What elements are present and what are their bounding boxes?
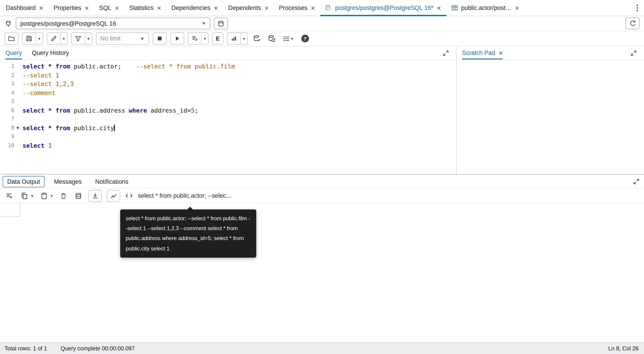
execute-button[interactable]	[170, 33, 184, 44]
tab-messages[interactable]: Messages	[50, 176, 86, 187]
chevron-down-icon: ▼	[202, 21, 206, 26]
close-icon[interactable]: ×	[39, 4, 44, 11]
fold-gutter	[14, 115, 21, 124]
paste-button[interactable]	[39, 192, 49, 199]
tab-statistics[interactable]: Statistics ×	[124, 0, 167, 16]
close-icon[interactable]: ×	[114, 4, 119, 11]
rollback-button[interactable]	[266, 35, 278, 42]
close-icon[interactable]: ×	[499, 49, 503, 57]
add-row-button[interactable]	[4, 192, 14, 199]
query-toolbar: ▾ ▾ ▾ No limit	[0, 31, 644, 46]
pgadmin-query-tool-window: Dashboard × Properties × SQL × Statistic…	[0, 0, 644, 354]
status-bar: Total rows: 1 of 1 Query complete 00:00:…	[0, 342, 644, 354]
open-file-button[interactable]	[5, 33, 18, 44]
fold-icon[interactable]: ▼	[14, 124, 21, 132]
editor-line: 3--select 1,2,3	[0, 80, 456, 88]
explain-analyze-button[interactable]	[228, 33, 240, 44]
stop-button[interactable]	[153, 33, 166, 44]
editor-line: 5	[0, 97, 456, 106]
code-line: --select 1	[21, 71, 59, 80]
copy-button[interactable]	[19, 192, 29, 199]
query-preview-text[interactable]: select * from public.actor; --selec…	[138, 192, 232, 199]
execute-script-icon	[191, 35, 198, 42]
database-icon	[218, 20, 224, 27]
tab-processes[interactable]: Processes ×	[274, 0, 320, 16]
copy-options-button[interactable]: ▾	[30, 194, 34, 198]
help-button[interactable]: ?	[300, 35, 311, 42]
explain-button[interactable]: E	[212, 33, 223, 44]
commit-button[interactable]	[252, 35, 263, 42]
text-cursor	[114, 124, 115, 131]
close-icon[interactable]: ×	[264, 4, 269, 11]
output-panel-header: Data Output Messages Notifications	[0, 175, 644, 189]
connection-select[interactable]: postgres/postgres@PostgreSQL 16 ▼	[16, 18, 210, 29]
close-icon[interactable]: ×	[310, 4, 316, 11]
delete-rows-button[interactable]	[58, 192, 68, 199]
editor-section: Query Query History 1select * from publi…	[0, 46, 644, 175]
query-complete-label: Query complete 00:00:00.097	[60, 345, 135, 352]
expand-icon[interactable]	[632, 176, 641, 186]
rollback-icon	[268, 35, 276, 42]
more-menu-icon[interactable]: ⋮	[630, 0, 644, 16]
sql-editor[interactable]: 1select * from public.actor; --select * …	[0, 60, 456, 174]
close-icon[interactable]: ×	[515, 4, 520, 11]
close-icon[interactable]: ×	[214, 4, 218, 11]
tab-dependents[interactable]: Dependents ×	[223, 0, 274, 16]
query-tooltip-text: select * from public.actor; --select * f…	[126, 215, 250, 252]
edit-button[interactable]	[47, 33, 60, 44]
close-icon[interactable]: ×	[436, 4, 441, 11]
save-data-changes-button[interactable]	[74, 192, 83, 199]
restore-layout-button[interactable]	[626, 18, 640, 29]
fold-gutter	[14, 80, 21, 88]
connection-status-icon	[4, 20, 12, 27]
scratch-pad-area[interactable]	[457, 60, 644, 174]
tab-sql[interactable]: SQL ×	[94, 0, 124, 16]
explain-analyze-options-button[interactable]: ▾	[240, 33, 248, 44]
close-icon[interactable]: ×	[157, 4, 162, 11]
close-icon[interactable]: ×	[84, 4, 90, 11]
row-limit-select[interactable]: No limit ▼	[96, 32, 149, 44]
paste-options-button[interactable]: ▾	[50, 194, 54, 198]
row-limit-value: No limit	[100, 35, 120, 42]
grid-corner-cell[interactable]	[0, 203, 20, 217]
execute-script-button[interactable]	[188, 33, 201, 44]
tab-label: Dependents	[228, 4, 261, 11]
line-number: 1	[0, 62, 14, 71]
tab-table-view[interactable]: public.actor/post… ×	[446, 0, 524, 16]
tab-scratch-pad[interactable]: Scratch Pad ×	[462, 46, 503, 60]
expand-icon[interactable]	[441, 48, 451, 58]
scratch-pad-header: Scratch Pad ×	[457, 46, 644, 60]
fold-gutter	[14, 97, 21, 106]
new-connection-button[interactable]	[214, 18, 228, 29]
editor-line: 1select * from public.actor; --select * …	[0, 62, 456, 71]
cursor-position-label: Ln 8, Col 26	[608, 345, 638, 352]
save-options-button[interactable]: ▾	[36, 33, 42, 44]
tab-dependencies[interactable]: Dependencies ×	[166, 0, 223, 16]
tab-dashboard[interactable]: Dashboard ×	[1, 0, 49, 16]
filter-button[interactable]	[72, 33, 85, 44]
code-line: --select 1,2,3	[21, 80, 74, 88]
macros-button[interactable]: ▾	[281, 35, 296, 42]
line-number: 7	[0, 115, 14, 124]
tab-query[interactable]: Query	[6, 46, 22, 60]
expand-icon[interactable]	[629, 48, 638, 58]
download-button[interactable]	[88, 190, 102, 202]
chart-icon	[110, 192, 117, 199]
code-line: select * from public.address where addre…	[21, 106, 198, 115]
edit-options-button[interactable]: ▾	[60, 33, 67, 44]
show-graph-button[interactable]	[107, 190, 120, 202]
chevron-down-icon: ▼	[140, 36, 144, 41]
chevron-down-icon: ▾	[290, 36, 294, 41]
tab-query-tool[interactable]: postgres/postgres@PostgreSQL 16* ×	[320, 0, 446, 16]
tab-label: public.actor/post…	[461, 4, 512, 11]
tab-query-history[interactable]: Query History	[32, 46, 69, 60]
filter-options-button[interactable]: ▾	[85, 33, 92, 44]
tabbar-spacer	[524, 0, 630, 16]
execute-options-button[interactable]: ▾	[201, 33, 208, 44]
tab-data-output[interactable]: Data Output	[3, 176, 44, 187]
tab-label: Dashboard	[6, 4, 36, 11]
tab-properties[interactable]: Properties ×	[49, 0, 94, 16]
save-button[interactable]	[22, 33, 36, 44]
query-tooltip: select * from public.actor; --select * f…	[120, 210, 256, 258]
tab-notifications[interactable]: Notifications	[91, 176, 132, 187]
